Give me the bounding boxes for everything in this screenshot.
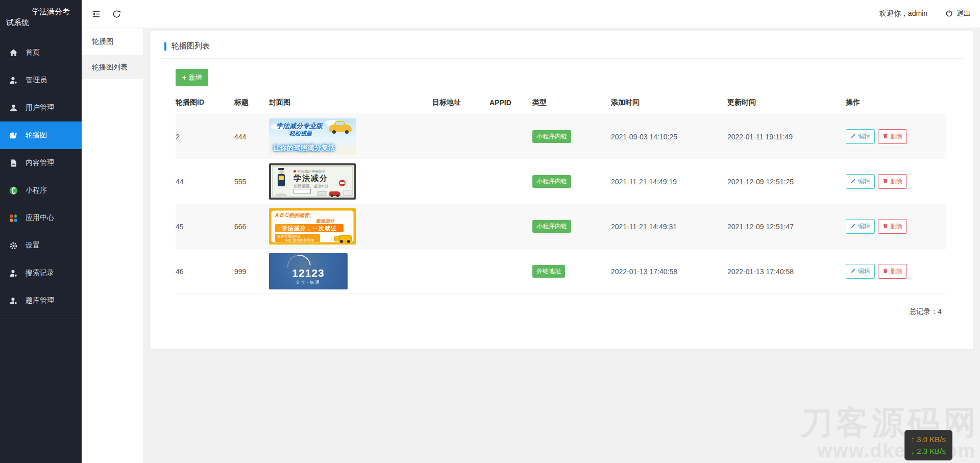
sidebar-item-label: 管理员 (26, 76, 47, 85)
truck-shape (338, 235, 352, 242)
page-title: 轮播图列表 (172, 41, 210, 51)
refresh-icon[interactable] (106, 0, 127, 28)
total-records: 总记录：4 (176, 307, 948, 316)
col-header-updated: 更新时间 (727, 90, 846, 114)
cell-id: 45 (176, 204, 234, 249)
cell-target (432, 249, 489, 294)
cover-image-banner-999: 12123 安全·畅通 (269, 253, 348, 289)
add-button-label: 新增 (188, 73, 202, 82)
cell-id: 44 (176, 159, 234, 204)
sidebar-item-users[interactable]: 用户管理 (0, 94, 82, 121)
collapse-menu-icon[interactable] (86, 0, 106, 28)
add-button[interactable]: + 新增 (176, 69, 208, 86)
pencil-icon (850, 133, 856, 140)
cover-text: 最多可增加6分ABC级驾照都可用 (275, 234, 320, 242)
cover-text: 拍照搜题、必加6分 (293, 183, 328, 189)
col-header-id: 轮播图ID (176, 90, 234, 114)
col-header-appid: APPID (489, 90, 532, 114)
cell-target (432, 114, 489, 159)
app-window: 学法满分考 试系统 首页 管理员 用户管理 (0, 0, 980, 463)
sidebar-item-home[interactable]: 首页 (0, 39, 82, 66)
cover-image-banner-666: A B C照的福音、 极速加分 学法减分，一次就过 最多可增加6分ABC级驾照都… (269, 208, 356, 245)
table-row: 2 444 学法减分专业版 轻松搜题 (176, 114, 946, 159)
sidebar-item-miniprogram[interactable]: 小程序 (0, 177, 82, 204)
cell-created: 2022-01-13 17:40:58 (611, 249, 727, 294)
trash-icon (883, 268, 888, 275)
car-shape (329, 125, 352, 132)
cell-created: 2021-11-21 14:49:19 (611, 159, 727, 204)
cover-image-banner-555: 学法减分神器助手 学法减分 拍照搜题、必加6分 (269, 163, 356, 200)
edit-button[interactable]: 编辑 (846, 219, 875, 234)
logout-button[interactable]: 退出 (945, 9, 971, 19)
app-title-line2: 试系统 (6, 17, 76, 28)
cell-updated: 2022-01-11 19:11:49 (727, 114, 846, 159)
edit-button[interactable]: 编辑 (846, 264, 875, 279)
sidebar-item-appcenter[interactable]: 应用中心 (0, 204, 82, 232)
cell-updated: 2021-12-09 12:51:25 (727, 159, 846, 204)
sidebar-item-question-bank[interactable]: 题库管理 (0, 287, 82, 314)
cell-appid (489, 114, 532, 159)
no-entry-sign-shape (339, 180, 346, 186)
type-badge: 小程序内链 (532, 175, 571, 188)
upload-speed: 3.0 KB/s (917, 435, 946, 444)
table-row: 44 555 (176, 159, 946, 204)
cell-title: 666 (234, 204, 269, 249)
cover-text: 安全·畅通 (269, 280, 348, 285)
type-badge: 外链地址 (532, 265, 565, 278)
app-title-line1: 学法满分考 (32, 7, 70, 16)
delete-button[interactable]: 删除 (878, 264, 907, 279)
sidebar-item-settings[interactable]: 设置 (0, 232, 82, 259)
sidebar-item-admin[interactable]: 管理员 (0, 66, 82, 94)
edit-button[interactable]: 编辑 (846, 174, 875, 189)
carousel-icon (9, 131, 18, 140)
plus-icon: + (182, 74, 186, 81)
van-shape (317, 191, 327, 196)
pencil-icon (850, 223, 856, 230)
sidebar-item-label: 设置 (26, 241, 40, 250)
sidebar: 学法满分考 试系统 首页 管理员 用户管理 (0, 0, 82, 463)
cell-updated: 2022-01-13 17:40:58 (727, 249, 846, 294)
cover-text: A B C照的福音、 (275, 212, 314, 219)
sidebar-item-label: 搜索记录 (26, 269, 54, 278)
edit-button[interactable]: 编辑 (846, 129, 875, 144)
document-icon (9, 159, 18, 167)
submenu-group-carousel[interactable]: 轮播图 (82, 28, 143, 55)
admin-icon (9, 76, 18, 85)
cover-image-banner-444: 学法减分专业版 轻松搜题 让你的驾照满分复活 (269, 118, 356, 155)
sidebar-item-label: 内容管理 (26, 158, 54, 167)
table-header-row: 轮播图ID 标题 封面图 目标地址 APPID 类型 添加时间 更新时间 操作 (176, 90, 946, 114)
submenu-panel: 轮播图 轮播图列表 (82, 28, 143, 463)
trash-icon (883, 178, 888, 185)
total-records-label: 总记录： (909, 307, 938, 315)
delete-button[interactable]: 删除 (878, 219, 907, 234)
sidebar-item-label: 应用中心 (26, 213, 54, 223)
app-grid-icon (9, 214, 18, 223)
sidebar-item-content[interactable]: 内容管理 (0, 149, 82, 177)
pencil-icon (850, 268, 856, 275)
question-bank-icon (9, 297, 18, 305)
submenu-item-carousel-list[interactable]: 轮播图列表 (82, 55, 143, 79)
sidebar-divider (0, 318, 82, 318)
logout-label: 退出 (957, 9, 971, 18)
cell-id: 46 (176, 249, 234, 294)
carousel-list-card: 轮播图列表 + 新增 (150, 31, 973, 349)
page-title-row: 轮播图列表 (150, 31, 973, 58)
table-row: 46 999 12123 安全·畅通 (176, 249, 946, 294)
cell-created: 2021-09-03 14:10:25 (611, 114, 727, 159)
table-row: 45 666 A B C照的福音、 极速加分 学法减分，一次就过 (176, 204, 946, 249)
user-icon (9, 104, 18, 112)
delete-button[interactable]: 删除 (878, 129, 907, 144)
cell-appid (489, 159, 532, 204)
download-arrow-icon: ↓ (911, 447, 917, 455)
cover-text: 学法减分，一次就过 (275, 224, 344, 232)
delete-button[interactable]: 删除 (878, 174, 907, 189)
sidebar-item-label: 题库管理 (26, 296, 54, 305)
type-badge: 小程序内链 (532, 220, 571, 233)
trash-icon (883, 223, 888, 230)
sidebar-item-carousel[interactable]: 轮播图 (0, 121, 82, 149)
col-header-target: 目标地址 (432, 90, 489, 114)
col-header-cover: 封面图 (269, 90, 432, 114)
sidebar-item-search-log[interactable]: 搜索记录 (0, 259, 82, 287)
total-records-value: 4 (938, 307, 942, 315)
cell-title: 555 (234, 159, 269, 204)
